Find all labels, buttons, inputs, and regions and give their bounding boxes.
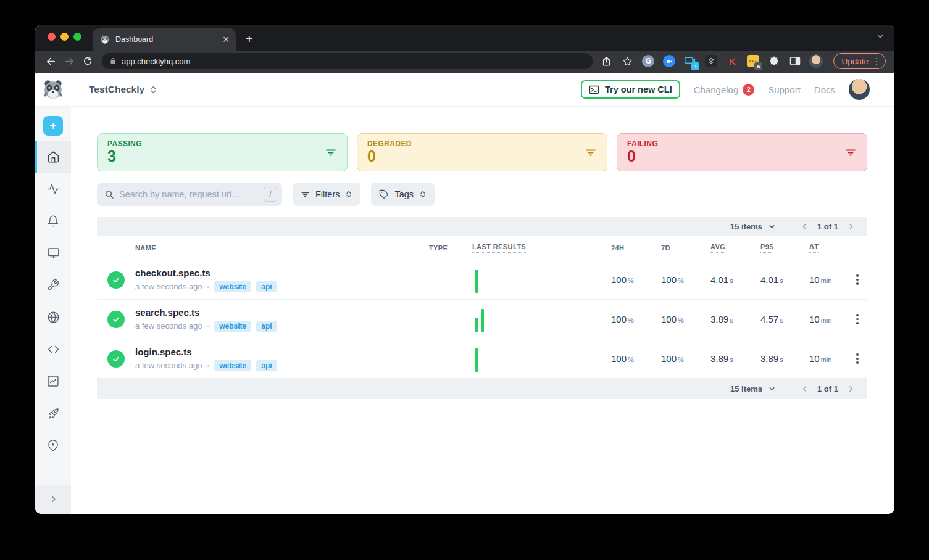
checkly-app: TestCheckly Try our new CLI Changelog 2 … xyxy=(35,73,894,514)
check-row-search[interactable]: search.spec.ts a few seconds ago • websi… xyxy=(97,300,867,339)
wrench-icon xyxy=(47,279,59,291)
changelog-link[interactable]: Changelog 2 xyxy=(694,84,755,96)
sidebar-item-analytics[interactable] xyxy=(35,365,71,397)
tag-pill-api[interactable]: api xyxy=(256,321,277,332)
tab-strip: Dashboard ✕ + xyxy=(35,25,894,51)
sidebar-item-locations[interactable] xyxy=(35,429,71,461)
filter-funnel-icon[interactable] xyxy=(844,146,857,159)
reload-button[interactable] xyxy=(80,53,96,69)
sidebar-item-snippets[interactable] xyxy=(35,333,71,365)
update-menu-icon[interactable]: ⋮ xyxy=(872,56,881,66)
items-per-page-dropdown[interactable]: 15 items xyxy=(730,384,776,393)
chevron-down-icon xyxy=(768,385,776,393)
tag-pill-api[interactable]: api xyxy=(256,360,277,371)
failing-card[interactable]: FAILING 0 xyxy=(617,133,867,171)
row-menu-kebab-icon[interactable] xyxy=(848,353,867,364)
tags-button[interactable]: Tags xyxy=(371,183,435,206)
support-link[interactable]: Support xyxy=(768,84,801,95)
layers-extension-icon[interactable] xyxy=(704,54,719,68)
slash-shortcut-key: / xyxy=(264,187,277,202)
toolbar-buttons: G 1 K ··· 6 xyxy=(599,53,888,69)
tab-overview-chevron-icon[interactable] xyxy=(876,32,885,41)
profile-avatar[interactable] xyxy=(809,54,823,68)
zoom-extension-icon[interactable] xyxy=(662,54,677,68)
tag-pill-website[interactable]: website xyxy=(214,360,251,371)
check-updated-ago: a few seconds ago xyxy=(135,282,202,291)
sidebar-item-private-locations[interactable] xyxy=(35,301,71,333)
stat-24h: 100% xyxy=(611,314,661,324)
screen-capture-extension-icon[interactable]: 1 xyxy=(683,54,698,68)
sidebar-item-monitoring[interactable] xyxy=(35,173,71,205)
zoom-window-button[interactable] xyxy=(73,33,81,41)
col-type: TYPE xyxy=(429,244,472,252)
tag-pill-api[interactable]: api xyxy=(256,281,277,292)
filter-funnel-icon[interactable] xyxy=(325,146,337,159)
items-per-page-dropdown[interactable]: 15 items xyxy=(730,222,776,231)
user-avatar[interactable] xyxy=(849,79,870,100)
tag-pill-website[interactable]: website xyxy=(214,321,251,332)
capture-badge: 1 xyxy=(691,62,699,70)
share-icon[interactable] xyxy=(599,54,614,68)
sidebar-expand-button[interactable] xyxy=(35,485,71,514)
check-row-login[interactable]: login.spec.ts a few seconds ago • websit… xyxy=(97,339,867,379)
close-window-button[interactable] xyxy=(48,33,56,41)
docs-link[interactable]: Docs xyxy=(814,84,835,95)
page-indicator: 1 of 1 xyxy=(817,384,838,393)
notes-extension-icon[interactable]: ··· 6 xyxy=(746,54,760,68)
search-input[interactable] xyxy=(119,189,259,199)
chevron-updown-icon xyxy=(345,189,352,199)
passing-count: 3 xyxy=(107,148,336,165)
window-controls xyxy=(48,33,81,41)
tag-pill-website[interactable]: website xyxy=(214,281,251,292)
sidebar-item-alerts[interactable] xyxy=(35,205,71,237)
table-header-row: NAME TYPE LAST RESULTS 24H 7D AVG P95 ΔT xyxy=(97,236,867,260)
next-page-button[interactable] xyxy=(843,223,859,231)
bookmark-star-icon[interactable] xyxy=(620,54,635,68)
stat-p95: 4.57s xyxy=(760,314,809,324)
chrome-update-button[interactable]: Update ⋮ xyxy=(833,53,886,69)
search-box[interactable]: / xyxy=(97,183,282,206)
prev-page-button[interactable] xyxy=(797,385,812,393)
stat-7d: 100% xyxy=(661,353,710,364)
forward-button[interactable] xyxy=(61,53,77,69)
sidebar-item-quickstart[interactable] xyxy=(35,397,71,429)
tab-close-icon[interactable]: ✕ xyxy=(222,35,230,44)
stat-dt: 10min xyxy=(809,274,848,285)
row-menu-kebab-icon[interactable] xyxy=(848,314,867,324)
sidebar-item-dashboards[interactable] xyxy=(35,237,71,269)
failing-label: FAILING xyxy=(627,139,856,148)
check-updated-ago: a few seconds ago xyxy=(135,361,202,370)
extensions-puzzle-icon[interactable] xyxy=(767,54,781,68)
minimize-window-button[interactable] xyxy=(60,33,69,41)
passing-card[interactable]: PASSING 3 xyxy=(97,133,348,171)
back-button[interactable] xyxy=(43,53,59,69)
create-check-button[interactable]: + xyxy=(43,116,63,136)
grammarly-extension-icon[interactable]: G xyxy=(641,54,656,68)
browser-tab-dashboard[interactable]: Dashboard ✕ xyxy=(93,28,236,51)
last-results-bars xyxy=(472,267,611,293)
col-avg: AVG xyxy=(710,243,760,253)
account-switcher[interactable]: TestCheckly xyxy=(89,84,157,95)
try-cli-button[interactable]: Try our new CLI xyxy=(581,80,680,99)
degraded-card[interactable]: DEGRADED 0 xyxy=(357,133,607,171)
k-extension-icon[interactable]: K xyxy=(725,54,739,68)
col-last-results: LAST RESULTS xyxy=(472,243,611,253)
chevron-updown-icon xyxy=(149,84,157,95)
checkly-logo[interactable] xyxy=(35,79,71,100)
row-menu-kebab-icon[interactable] xyxy=(848,274,867,285)
sidebar-item-maintenance[interactable] xyxy=(35,269,71,301)
url-bar[interactable]: app.checklyhq.com xyxy=(102,53,593,69)
next-page-button[interactable] xyxy=(843,385,859,393)
code-icon xyxy=(47,343,60,356)
check-row-checkout[interactable]: checkout.spec.ts a few seconds ago • web… xyxy=(97,260,867,300)
sidebar-item-home[interactable] xyxy=(35,141,71,173)
prev-page-button[interactable] xyxy=(797,223,812,231)
new-tab-button[interactable]: + xyxy=(246,32,253,46)
notes-badge: 6 xyxy=(754,62,762,70)
filters-button[interactable]: Filters xyxy=(293,183,360,206)
chevron-down-icon xyxy=(768,223,776,231)
side-panel-icon[interactable] xyxy=(788,54,802,68)
filter-funnel-icon[interactable] xyxy=(585,146,597,159)
tab-title: Dashboard xyxy=(115,35,217,44)
main-content: PASSING 3 DEGRADED 0 FAILI xyxy=(71,107,894,514)
